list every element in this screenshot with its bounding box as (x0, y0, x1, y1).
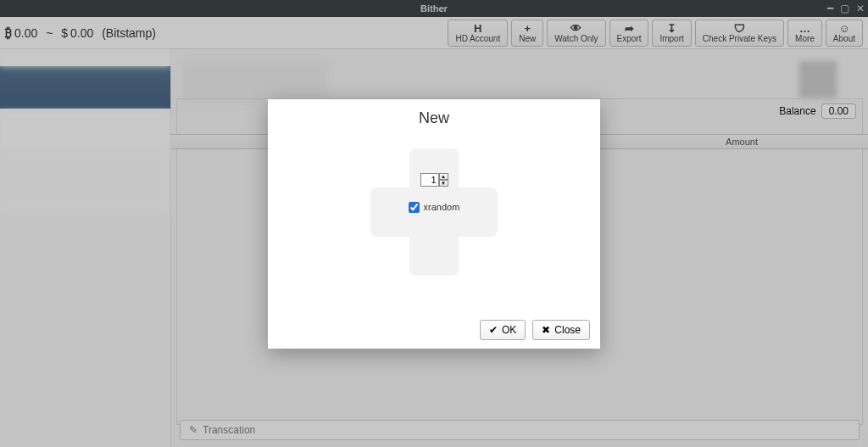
spinner-up-icon[interactable]: ▲ (439, 173, 448, 180)
xrandom-checkbox[interactable] (409, 202, 420, 213)
dialog-buttons: ✔ OK ✖ Close (480, 320, 590, 340)
xrandom-row[interactable]: xrandom (409, 202, 460, 213)
ok-button[interactable]: ✔ OK (480, 320, 526, 340)
ok-label: OK (502, 324, 516, 336)
close-label: Close (554, 324, 581, 336)
new-dialog: New ▲ ▼ xrandom ✔ OK ✖ Close (268, 99, 600, 349)
close-icon: ✖ (542, 324, 550, 336)
modal-overlay: New ▲ ▼ xrandom ✔ OK ✖ Close (0, 0, 868, 447)
spinner-down-icon[interactable]: ▼ (439, 180, 448, 187)
count-input[interactable] (420, 173, 439, 187)
close-button[interactable]: ✖ Close (532, 320, 590, 340)
check-icon: ✔ (489, 324, 498, 336)
count-spinner[interactable]: ▲ ▼ (420, 173, 448, 187)
dialog-title: New (419, 109, 449, 127)
xrandom-label: xrandom (424, 202, 460, 212)
